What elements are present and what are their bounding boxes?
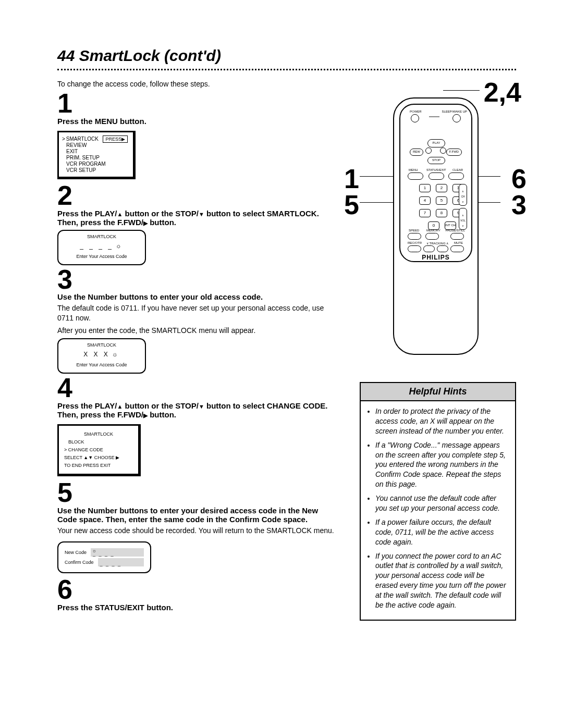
step3-bold: Use the Number buttons to enter your old… <box>57 292 339 301</box>
power-label: POWER <box>410 110 422 113</box>
tracking-label: ∨ TRACKING ∧ <box>426 241 448 245</box>
menu-item: VCR SETUP <box>63 167 129 173</box>
menu-button[interactable] <box>408 172 423 180</box>
play-button[interactable]: PLAY <box>427 139 445 147</box>
hints-title: Helpful Hints <box>361 383 515 401</box>
stop-button[interactable]: STOP <box>427 157 445 164</box>
menu-item: EXIT <box>63 149 129 154</box>
hint-item: If a power failure occurs, the default c… <box>375 517 508 547</box>
vol-rocker[interactable]: ∧VOL∨ <box>459 208 467 230</box>
step1-bold: Press the MENU button. <box>57 117 339 126</box>
tracking-up-button[interactable] <box>437 245 448 252</box>
step2-tv-screenshot: SMARTLOCK _ _ _ _ Enter Your Access Code <box>57 230 146 265</box>
up-arrow-icon <box>117 401 123 410</box>
step6-bold: Press the STATUS/EXIT button. <box>57 603 339 612</box>
instructions-column: To change the access code, follow these … <box>57 80 339 614</box>
rew-button[interactable]: REW <box>410 149 423 156</box>
clear-button[interactable] <box>448 172 464 180</box>
brand-logo: PHILIPS <box>400 254 471 261</box>
confirmcode-field <box>98 558 144 566</box>
tracking-down-button[interactable] <box>423 245 435 252</box>
key-8[interactable]: 8 <box>436 209 447 217</box>
press-indicator: PRESS▶ <box>103 135 128 143</box>
step2-bold: Press the PLAY/ button or the STOP/ butt… <box>57 209 339 227</box>
status-exit-button[interactable] <box>429 172 444 180</box>
intro-text: To change the access code, follow these … <box>57 80 339 88</box>
down-arrow-icon <box>199 209 204 218</box>
step3-number: 3 <box>57 267 339 292</box>
ffwd-button[interactable]: F.FWD <box>446 149 462 156</box>
callout-2-4: 2,4 <box>484 77 521 108</box>
step5-bold: Use the Number buttons to enter your des… <box>57 506 339 524</box>
status-label: STATUS/EXIT <box>426 168 446 171</box>
step1-menu-screenshot: PRESS▶ SMARTLOCK REVIEW EXIT PRIM. SETUP… <box>57 131 136 179</box>
menu-item: > CHANGE CODE <box>64 447 133 452</box>
pause-label: PAUSE/STILL <box>445 229 465 232</box>
number-keypad: 1 2 3 4 5 6 7 <box>419 184 465 234</box>
pause-button[interactable] <box>450 233 464 240</box>
step5-body: Your new access code should be recorded.… <box>57 526 339 535</box>
step4-menu-screenshot: SMARTLOCK BLOCK > CHANGE CODE SELECT ▲▼ … <box>57 424 141 476</box>
newcode-field: ☼ <box>91 548 144 557</box>
step3-body1: The default code is 0711. If you have ne… <box>57 303 339 322</box>
callout-3: 3 <box>511 189 527 220</box>
up-arrow-icon <box>117 209 123 218</box>
callout-5: 5 <box>344 189 359 220</box>
transport-center-right[interactable] <box>440 147 446 154</box>
menu-label: MENU <box>409 168 418 171</box>
mute-label: MUTE <box>454 241 463 244</box>
power-button[interactable] <box>411 114 419 122</box>
menu-item: PRIM. SETUP <box>63 155 129 161</box>
menu-hint: TO END PRESS EXIT <box>64 463 133 468</box>
step3-tv-screenshot: SMARTLOCK X X X Enter Your Access Code <box>57 338 146 374</box>
right-column: 2,4 1 6 5 3 POWER SLEEP/WAKE UP <box>360 80 516 621</box>
hint-item: In order to protect the privacy of the a… <box>375 406 508 436</box>
recotr-label: REC/OTR <box>408 241 422 244</box>
remote-control-icon: POWER SLEEP/WAKE UP PLAY REW F.FWD STOP <box>393 97 476 353</box>
down-arrow-icon <box>199 401 204 410</box>
key-2[interactable]: 2 <box>436 184 447 192</box>
menu-item: VCR PROGRAM <box>63 161 129 167</box>
tv-title: SMARTLOCK <box>60 234 143 239</box>
step3-body2: After you enter the code, the SMARTLOCK … <box>57 326 339 335</box>
step2-number: 2 <box>57 183 339 208</box>
key-4[interactable]: 4 <box>419 196 431 205</box>
menu-item: REVIEW <box>63 142 129 148</box>
hints-body: In order to protect the privacy of the a… <box>361 401 515 620</box>
tv-title: SMARTLOCK <box>60 342 143 348</box>
menu-item: BLOCK <box>64 439 133 445</box>
page-number: 44 <box>57 47 75 64</box>
ch-rocker[interactable]: ∧CH∨ <box>459 184 467 206</box>
key-1[interactable]: 1 <box>419 184 431 192</box>
title-divider <box>57 69 516 70</box>
mute-button[interactable] <box>450 245 464 252</box>
tv-prompt: Enter Your Access Code <box>60 362 143 367</box>
page-title: 44 SmartLock (cont'd) <box>57 47 516 65</box>
step5-number: 5 <box>57 480 339 505</box>
cursor-icon: _ _ _ _ <box>60 242 143 250</box>
fwd-arrow-icon <box>143 410 148 419</box>
recotr-button[interactable] <box>408 245 421 252</box>
sleep-label: SLEEP/WAKE UP <box>442 110 467 113</box>
memory-button[interactable] <box>425 233 439 240</box>
clear-label: CLEAR <box>452 168 463 171</box>
tv-prompt: Enter Your Access Code <box>60 254 143 259</box>
speed-label: SPEED <box>409 229 419 232</box>
menu-hint: SELECT ▲▼ CHOOSE ▶ <box>64 455 133 460</box>
confirmcode-label: Confirm Code <box>65 560 94 565</box>
page-title-text: SmartLock (cont'd) <box>79 47 221 64</box>
step4-bold: Press the PLAY/ button or the STOP/ butt… <box>57 401 339 419</box>
step4-number: 4 <box>57 376 339 400</box>
memory-label: MEMORY <box>426 229 440 232</box>
transport-center-left[interactable] <box>425 147 432 154</box>
speed-button[interactable] <box>408 233 421 240</box>
key-5[interactable]: 5 <box>436 196 447 205</box>
newcode-label: New Code <box>65 550 87 555</box>
tv-xxx: X X X <box>60 351 143 358</box>
ir-window <box>429 116 439 117</box>
sleep-button[interactable] <box>452 114 461 122</box>
key-7[interactable]: 7 <box>419 209 431 217</box>
helpful-hints-box: Helpful Hints In order to protect the pr… <box>360 382 516 621</box>
leader-line <box>443 90 480 91</box>
hint-item: If you connect the power cord to an AC o… <box>375 551 508 610</box>
